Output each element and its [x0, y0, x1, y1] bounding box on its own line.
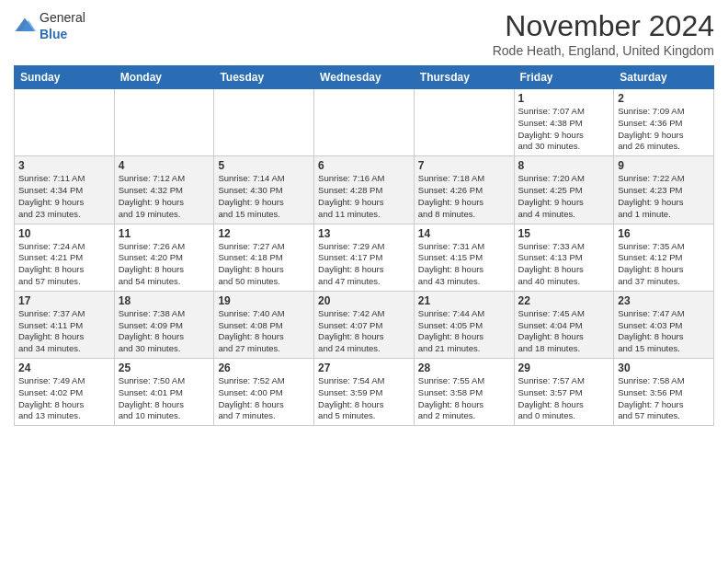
logo-icon [14, 17, 36, 35]
day-info: Sunrise: 7:14 AMSunset: 4:30 PMDaylight:… [218, 173, 310, 220]
day-number: 11 [119, 227, 210, 240]
table-row [314, 89, 415, 156]
day-number: 23 [618, 294, 710, 307]
logo: General Blue [14, 9, 85, 42]
day-info: Sunrise: 7:07 AMSunset: 4:38 PMDaylight:… [518, 106, 610, 153]
day-info: Sunrise: 7:24 AMSunset: 4:21 PMDaylight:… [18, 241, 110, 288]
col-friday: Friday [514, 66, 614, 89]
day-info: Sunrise: 7:45 AMSunset: 4:04 PMDaylight:… [518, 308, 610, 355]
table-row: 27Sunrise: 7:54 AMSunset: 3:59 PMDayligh… [314, 359, 415, 426]
table-row: 20Sunrise: 7:42 AMSunset: 4:07 PMDayligh… [314, 291, 415, 358]
calendar-row: 1Sunrise: 7:07 AMSunset: 4:38 PMDaylight… [15, 89, 714, 156]
day-number: 10 [18, 227, 110, 240]
table-row: 16Sunrise: 7:35 AMSunset: 4:12 PMDayligh… [614, 224, 714, 291]
logo-text: General Blue [40, 9, 85, 42]
day-number: 19 [218, 294, 310, 307]
day-info: Sunrise: 7:12 AMSunset: 4:32 PMDaylight:… [119, 173, 210, 220]
day-number: 14 [418, 227, 510, 240]
table-row: 22Sunrise: 7:45 AMSunset: 4:04 PMDayligh… [514, 291, 614, 358]
table-row: 10Sunrise: 7:24 AMSunset: 4:21 PMDayligh… [15, 224, 115, 291]
calendar-header-row: Sunday Monday Tuesday Wednesday Thursday… [15, 66, 714, 89]
day-info: Sunrise: 7:44 AMSunset: 4:05 PMDaylight:… [418, 308, 510, 355]
table-row: 12Sunrise: 7:27 AMSunset: 4:18 PMDayligh… [214, 224, 314, 291]
day-info: Sunrise: 7:40 AMSunset: 4:08 PMDaylight:… [218, 308, 310, 355]
day-info: Sunrise: 7:37 AMSunset: 4:11 PMDaylight:… [18, 308, 110, 355]
title-section: November 2024 Rode Heath, England, Unite… [493, 9, 714, 58]
day-number: 26 [218, 362, 310, 374]
day-info: Sunrise: 7:47 AMSunset: 4:03 PMDaylight:… [618, 308, 710, 355]
col-tuesday: Tuesday [214, 66, 314, 89]
day-number: 16 [618, 227, 710, 240]
table-row: 5Sunrise: 7:14 AMSunset: 4:30 PMDaylight… [214, 156, 314, 224]
day-info: Sunrise: 7:35 AMSunset: 4:12 PMDaylight:… [618, 241, 710, 288]
table-row: 14Sunrise: 7:31 AMSunset: 4:15 PMDayligh… [414, 224, 514, 291]
table-row: 2Sunrise: 7:09 AMSunset: 4:36 PMDaylight… [614, 89, 714, 156]
calendar-table: Sunday Monday Tuesday Wednesday Thursday… [14, 65, 714, 426]
table-row: 29Sunrise: 7:57 AMSunset: 3:57 PMDayligh… [514, 359, 614, 426]
table-row: 11Sunrise: 7:26 AMSunset: 4:20 PMDayligh… [114, 224, 214, 291]
day-number: 17 [18, 294, 110, 307]
day-number: 27 [318, 362, 410, 374]
table-row: 30Sunrise: 7:58 AMSunset: 3:56 PMDayligh… [614, 359, 714, 426]
day-number: 13 [318, 227, 410, 240]
table-row: 13Sunrise: 7:29 AMSunset: 4:17 PMDayligh… [314, 224, 415, 291]
table-row [414, 89, 514, 156]
calendar-row: 24Sunrise: 7:49 AMSunset: 4:02 PMDayligh… [15, 359, 714, 426]
day-info: Sunrise: 7:50 AMSunset: 4:01 PMDaylight:… [119, 375, 210, 422]
main-title: November 2024 [493, 9, 714, 43]
day-info: Sunrise: 7:22 AMSunset: 4:23 PMDaylight:… [618, 173, 710, 220]
col-sunday: Sunday [15, 66, 115, 89]
day-number: 25 [119, 362, 210, 374]
col-monday: Monday [114, 66, 214, 89]
day-info: Sunrise: 7:42 AMSunset: 4:07 PMDaylight:… [318, 308, 410, 355]
day-info: Sunrise: 7:16 AMSunset: 4:28 PMDaylight:… [318, 173, 410, 220]
table-row: 3Sunrise: 7:11 AMSunset: 4:34 PMDaylight… [15, 156, 115, 224]
col-saturday: Saturday [614, 66, 714, 89]
table-row: 6Sunrise: 7:16 AMSunset: 4:28 PMDaylight… [314, 156, 415, 224]
table-row: 26Sunrise: 7:52 AMSunset: 4:00 PMDayligh… [214, 359, 314, 426]
day-info: Sunrise: 7:29 AMSunset: 4:17 PMDaylight:… [318, 241, 410, 288]
logo-general: General [40, 10, 85, 25]
table-row: 19Sunrise: 7:40 AMSunset: 4:08 PMDayligh… [214, 291, 314, 358]
day-number: 9 [618, 159, 710, 172]
day-info: Sunrise: 7:54 AMSunset: 3:59 PMDaylight:… [318, 375, 410, 422]
table-row: 4Sunrise: 7:12 AMSunset: 4:32 PMDaylight… [114, 156, 214, 224]
page-container: General Blue November 2024 Rode Heath, E… [0, 0, 728, 435]
day-number: 18 [119, 294, 210, 307]
table-row: 18Sunrise: 7:38 AMSunset: 4:09 PMDayligh… [114, 291, 214, 358]
day-info: Sunrise: 7:55 AMSunset: 3:58 PMDaylight:… [418, 375, 510, 422]
day-info: Sunrise: 7:31 AMSunset: 4:15 PMDaylight:… [418, 241, 510, 288]
table-row: 23Sunrise: 7:47 AMSunset: 4:03 PMDayligh… [614, 291, 714, 358]
table-row: 8Sunrise: 7:20 AMSunset: 4:25 PMDaylight… [514, 156, 614, 224]
day-number: 3 [18, 159, 110, 172]
table-row: 7Sunrise: 7:18 AMSunset: 4:26 PMDaylight… [414, 156, 514, 224]
day-number: 1 [518, 92, 610, 105]
table-row [214, 89, 314, 156]
day-info: Sunrise: 7:26 AMSunset: 4:20 PMDaylight:… [119, 241, 210, 288]
day-info: Sunrise: 7:09 AMSunset: 4:36 PMDaylight:… [618, 106, 710, 153]
day-number: 29 [518, 362, 610, 374]
day-number: 8 [518, 159, 610, 172]
day-info: Sunrise: 7:27 AMSunset: 4:18 PMDaylight:… [218, 241, 310, 288]
day-number: 30 [618, 362, 710, 374]
table-row: 28Sunrise: 7:55 AMSunset: 3:58 PMDayligh… [414, 359, 514, 426]
day-info: Sunrise: 7:58 AMSunset: 3:56 PMDaylight:… [618, 375, 710, 422]
day-info: Sunrise: 7:11 AMSunset: 4:34 PMDaylight:… [18, 173, 110, 220]
day-number: 2 [618, 92, 710, 105]
calendar-row: 3Sunrise: 7:11 AMSunset: 4:34 PMDaylight… [15, 156, 714, 224]
day-info: Sunrise: 7:18 AMSunset: 4:26 PMDaylight:… [418, 173, 510, 220]
col-thursday: Thursday [414, 66, 514, 89]
day-number: 21 [418, 294, 510, 307]
header: General Blue November 2024 Rode Heath, E… [14, 9, 714, 58]
table-row [114, 89, 214, 156]
calendar-row: 10Sunrise: 7:24 AMSunset: 4:21 PMDayligh… [15, 224, 714, 291]
day-info: Sunrise: 7:52 AMSunset: 4:00 PMDaylight:… [218, 375, 310, 422]
day-number: 22 [518, 294, 610, 307]
table-row: 21Sunrise: 7:44 AMSunset: 4:05 PMDayligh… [414, 291, 514, 358]
table-row: 24Sunrise: 7:49 AMSunset: 4:02 PMDayligh… [15, 359, 115, 426]
table-row: 9Sunrise: 7:22 AMSunset: 4:23 PMDaylight… [614, 156, 714, 224]
day-number: 15 [518, 227, 610, 240]
day-number: 20 [318, 294, 410, 307]
calendar-row: 17Sunrise: 7:37 AMSunset: 4:11 PMDayligh… [15, 291, 714, 358]
table-row: 25Sunrise: 7:50 AMSunset: 4:01 PMDayligh… [114, 359, 214, 426]
